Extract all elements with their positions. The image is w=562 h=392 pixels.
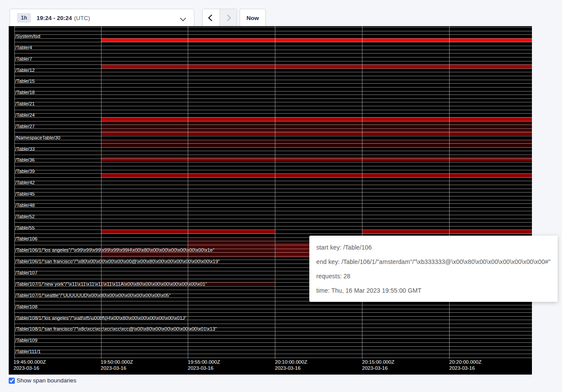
- row-label: /Table/108/1/"los angeles"/"\xa8\xf5\u00…: [15, 315, 186, 321]
- time-gridline: [188, 26, 188, 359]
- span-boundary-line: [14, 207, 532, 208]
- time-tick-line: 20:10:00.000Z: [275, 359, 307, 365]
- time-gridline: [449, 26, 450, 359]
- heatmap-band: [101, 121, 532, 126]
- span-boundary-line: [14, 226, 532, 226]
- span-boundary-line: [14, 309, 532, 309]
- span-boundary-line: [14, 143, 532, 144]
- row-label: /Table/107/1/"new york"/"\x11\x11\x11\x1…: [15, 281, 207, 287]
- time-tick: 20:15:00.000Z2023-03-16: [362, 359, 394, 371]
- span-boundary-line: [14, 98, 532, 99]
- key-visualizer-heatmap[interactable]: /System/tsd/Table/4/Table/7/Table/12/Tab…: [9, 26, 532, 375]
- row-label: /System/tsd: [15, 34, 40, 39]
- row-label: /Table/15: [15, 78, 35, 84]
- span-boundary-line: [14, 162, 532, 162]
- span-boundary-line: [14, 335, 532, 335]
- span-boundary-line: [14, 215, 532, 215]
- span-boundary-line: [14, 305, 532, 305]
- time-range-selector[interactable]: 1h 19:24 - 20:24 (UTC): [10, 9, 194, 27]
- span-boundary-line: [14, 68, 532, 69]
- time-tick: 20:10:00.000Z2023-03-16: [275, 359, 307, 371]
- show-span-boundaries-label: Show span boundaries: [17, 377, 76, 384]
- row-label: /Table/106/1/"san francisco"/"\x80\x00\x…: [15, 259, 220, 264]
- span-boundary-line: [14, 155, 532, 155]
- span-boundary-line: [14, 211, 532, 211]
- span-boundary-line: [14, 151, 532, 151]
- span-boundary-line: [14, 121, 532, 122]
- span-boundary-line: [14, 324, 532, 324]
- row-label: /Table/18: [15, 90, 35, 95]
- footer-options: Show span boundaries: [9, 377, 76, 384]
- tooltip-line: time: Thu, 16 Mar 2023 19:55:00 GMT: [316, 287, 551, 294]
- prev-time-button[interactable]: [203, 9, 220, 27]
- span-boundary-line: [14, 181, 532, 181]
- time-gridline: [275, 26, 275, 359]
- row-label: /Table/111/1: [15, 349, 41, 354]
- row-label: /Table/45: [15, 191, 35, 196]
- time-tick-line: 2023-03-16: [449, 365, 481, 371]
- span-boundary-line: [14, 31, 532, 31]
- row-label: /Table/109: [15, 338, 37, 343]
- row-label: /Table/4: [15, 45, 32, 50]
- row-label: /Table/27: [15, 124, 35, 129]
- span-boundary-line: [14, 117, 532, 118]
- row-label: /Table/106: [15, 236, 37, 241]
- span-boundary-line: [14, 76, 532, 76]
- span-boundary-line: [14, 230, 532, 230]
- row-label: /Table/108: [15, 304, 37, 309]
- time-tick-line: 20:20:00.000Z: [449, 359, 481, 365]
- time-tick-line: 2023-03-16: [362, 365, 394, 371]
- row-label: /Table/52: [15, 214, 35, 219]
- span-boundary-line: [14, 358, 532, 358]
- tooltip-line: start key: /Table/106: [316, 244, 551, 251]
- span-boundary-line: [14, 83, 532, 84]
- time-tick: 20:20:00.000Z2023-03-16: [449, 359, 481, 371]
- now-button[interactable]: Now: [240, 9, 266, 27]
- span-boundary-line: [14, 346, 532, 347]
- span-boundary-line: [14, 128, 532, 129]
- time-tick-line: 2023-03-16: [188, 365, 220, 371]
- span-boundary-line: [14, 95, 532, 95]
- span-boundary-line: [14, 110, 532, 110]
- time-gridline: [101, 26, 102, 359]
- span-boundary-line: [14, 189, 532, 189]
- span-boundary-line: [14, 42, 532, 42]
- span-boundary-line: [14, 200, 532, 200]
- row-label: /Table/42: [15, 180, 35, 185]
- heatmap-band: [101, 157, 532, 161]
- chevron-left-icon: [208, 14, 215, 21]
- row-label: /Table/33: [15, 146, 35, 152]
- time-tick-line: 20:15:00.000Z: [362, 359, 394, 365]
- span-boundary-line: [14, 166, 532, 166]
- span-boundary-line: [14, 338, 532, 339]
- span-boundary-line: [14, 140, 532, 140]
- bucket-tooltip: start key: /Table/106end key: /Table/106…: [309, 236, 558, 302]
- span-boundary-line: [14, 57, 532, 57]
- row-label: /Table/36: [15, 157, 35, 162]
- span-boundary-line: [14, 80, 532, 80]
- span-boundary-line: [14, 87, 532, 88]
- span-boundary-line: [14, 170, 532, 170]
- row-label: /Table/7: [15, 56, 32, 61]
- next-time-button[interactable]: [220, 9, 237, 27]
- row-label: /Table/108/1/"san francisco"/"\x8c\xcc\x…: [15, 326, 217, 331]
- show-span-boundaries-checkbox[interactable]: [9, 378, 15, 384]
- span-boundary-line: [14, 196, 532, 196]
- duration-badge: 1h: [17, 13, 31, 23]
- span-boundary-line: [14, 38, 532, 39]
- row-label: /NamespaceTable/30: [15, 135, 60, 140]
- span-boundary-line: [14, 203, 532, 204]
- span-boundary-line: [14, 219, 532, 219]
- tooltip-line: requests: 28: [316, 273, 551, 280]
- row-label: /Table/107/1/"seattle"/"UUUUUUD\x00\x80\…: [15, 293, 171, 298]
- time-tick-line: 2023-03-16: [101, 365, 133, 371]
- span-boundary-line: [14, 132, 532, 132]
- tooltip-line: end key: /Table/106/1/"amsterdam"/"\xb33…: [316, 258, 551, 265]
- span-boundary-line: [14, 106, 532, 106]
- time-tick-line: 19:45:00.000Z: [14, 359, 46, 365]
- span-boundary-line: [14, 192, 532, 193]
- time-tick: 19:45:00.000Z2023-03-16: [14, 359, 46, 371]
- span-boundary-line: [14, 72, 532, 72]
- time-tick-line: 2023-03-16: [14, 365, 46, 371]
- row-label: /Table/12: [15, 68, 35, 73]
